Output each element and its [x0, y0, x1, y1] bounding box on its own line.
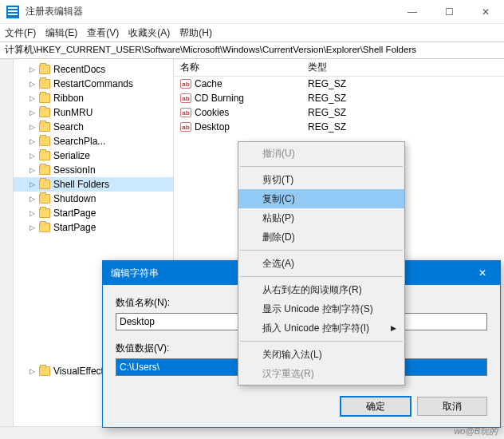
ctx-hanzi: 汉字重选(R): [238, 364, 404, 383]
expand-icon[interactable]: ▷: [28, 367, 36, 375]
separator: [240, 341, 403, 342]
cancel-button[interactable]: 取消: [417, 397, 487, 416]
maximize-button[interactable]: ☐: [431, 0, 467, 24]
ctx-rtl[interactable]: 从右到左的阅读顺序(R): [238, 280, 404, 299]
tree-item[interactable]: ▷Ribbon: [14, 91, 173, 105]
address-bar[interactable]: 计算机\HKEY_CURRENT_USER\Software\Microsoft…: [0, 42, 504, 59]
folder-icon: [39, 366, 50, 376]
expand-icon[interactable]: ▷: [28, 195, 36, 203]
list-row[interactable]: abCD BurningREG_SZ: [174, 91, 504, 105]
column-name[interactable]: 名称: [174, 61, 301, 74]
tree-item[interactable]: [14, 235, 173, 249]
tree-label: SessionIn: [53, 164, 96, 176]
value-name: Cookies: [195, 107, 229, 118]
ctx-close-ime[interactable]: 关闭输入法(L): [238, 345, 404, 364]
ctx-select-all[interactable]: 全选(A): [238, 254, 404, 273]
list-row[interactable]: abCookiesREG_SZ: [174, 105, 504, 120]
tree-item[interactable]: ▷RestartCommands: [14, 77, 173, 91]
expand-icon[interactable]: ▷: [28, 180, 36, 188]
tree-item[interactable]: ▷SessionIn: [14, 163, 173, 177]
value-name: CD Burning: [195, 93, 244, 104]
tree-item[interactable]: ▷Search: [14, 120, 173, 134]
status-bar: [0, 426, 504, 439]
separator: [240, 166, 403, 167]
close-button[interactable]: ✕: [467, 0, 504, 24]
tree-label: Ribbon: [53, 93, 84, 104]
ctx-cut[interactable]: 剪切(T): [238, 170, 404, 189]
folder-icon: [39, 180, 50, 189]
menu-favorites[interactable]: 收藏夹(A): [128, 26, 170, 40]
tree-item[interactable]: ▷RunMRU: [14, 105, 173, 120]
string-value-icon: ab: [180, 108, 191, 117]
value-name: Desktop: [195, 121, 230, 132]
tree-label: StartPage: [53, 208, 96, 219]
ok-button[interactable]: 确定: [341, 397, 411, 416]
tree-item[interactable]: ▷Shutdown: [14, 192, 173, 206]
expand-icon[interactable]: ▷: [28, 209, 36, 217]
tree-label: VisualEffects: [53, 366, 108, 377]
ctx-copy[interactable]: 复制(C): [238, 189, 404, 208]
menu-bar: 文件(F) 编辑(E) 查看(V) 收藏夹(A) 帮助(H): [0, 24, 504, 42]
menu-help[interactable]: 帮助(H): [179, 26, 212, 40]
tree-label: RunMRU: [53, 107, 93, 118]
tree-label: Shutdown: [53, 193, 96, 204]
expand-icon[interactable]: ▷: [28, 123, 36, 131]
column-type[interactable]: 类型: [301, 61, 504, 74]
tree-label: Search: [53, 121, 84, 132]
folder-icon: [39, 79, 50, 89]
ctx-show-unicode[interactable]: 显示 Unicode 控制字符(S): [238, 299, 404, 318]
tree-label: Serialize: [53, 150, 90, 161]
menu-file[interactable]: 文件(F): [5, 26, 36, 40]
expand-icon[interactable]: ▷: [28, 223, 36, 231]
separator: [240, 276, 403, 277]
folder-icon: [39, 151, 50, 160]
folder-icon: [39, 136, 50, 146]
dialog-title: 编辑字符串: [111, 267, 159, 280]
string-value-icon: ab: [180, 93, 191, 103]
menu-view[interactable]: 查看(V): [87, 26, 119, 40]
ctx-delete[interactable]: 删除(D): [238, 227, 404, 247]
folder-icon: [39, 194, 50, 204]
folder-icon: [39, 93, 50, 103]
value-type: REG_SZ: [301, 107, 504, 118]
expand-icon[interactable]: ▷: [28, 137, 36, 145]
tree-item[interactable]: ▷SearchPla...: [14, 134, 173, 148]
tree-scrollbar[interactable]: [0, 59, 14, 426]
tree-item[interactable]: ▷Shell Folders: [14, 177, 173, 192]
ctx-undo: 撤消(U): [238, 144, 404, 163]
window-title: 注册表编辑器: [26, 5, 394, 18]
tree-item[interactable]: ▷Serialize: [14, 148, 173, 163]
menu-edit[interactable]: 编辑(E): [45, 26, 77, 40]
separator: [240, 250, 403, 251]
expand-icon[interactable]: ▷: [28, 94, 36, 102]
watermark: wo@B玩的: [454, 425, 498, 437]
folder-icon: [39, 65, 50, 74]
folder-icon: [39, 208, 50, 218]
tree-label: RestartCommands: [53, 78, 133, 89]
minimize-button[interactable]: —: [394, 0, 431, 24]
expand-icon[interactable]: ▷: [28, 65, 36, 73]
value-type: REG_SZ: [301, 93, 504, 104]
dialog-close-button[interactable]: ✕: [464, 261, 500, 285]
list-row[interactable]: abDesktopREG_SZ: [174, 120, 504, 134]
tree-item[interactable]: ▷RecentDocs: [14, 62, 173, 77]
app-icon: [6, 6, 19, 18]
tree-item[interactable]: ▷StartPage: [14, 220, 173, 235]
folder-icon: [39, 223, 50, 232]
list-header: 名称 类型: [174, 59, 504, 77]
context-menu: 撤消(U) 剪切(T) 复制(C) 粘贴(P) 删除(D) 全选(A) 从右到左…: [238, 141, 405, 386]
chevron-right-icon: ▶: [391, 324, 396, 332]
ctx-insert-unicode[interactable]: 插入 Unicode 控制字符(I)▶: [238, 318, 404, 338]
title-bar: 注册表编辑器 — ☐ ✕: [0, 0, 504, 24]
expand-icon[interactable]: ▷: [28, 80, 36, 88]
ctx-paste[interactable]: 粘贴(P): [238, 208, 404, 227]
expand-icon[interactable]: ▷: [28, 152, 36, 160]
tree-label: RecentDocs: [53, 64, 105, 75]
expand-icon[interactable]: ▷: [28, 109, 36, 117]
list-row[interactable]: abCacheREG_SZ: [174, 77, 504, 91]
string-value-icon: ab: [180, 122, 191, 132]
tree-label: StartPage: [53, 222, 96, 233]
tree-item[interactable]: ▷StartPage: [14, 206, 173, 220]
expand-icon[interactable]: ▷: [28, 166, 36, 174]
value-type: REG_SZ: [301, 121, 504, 132]
